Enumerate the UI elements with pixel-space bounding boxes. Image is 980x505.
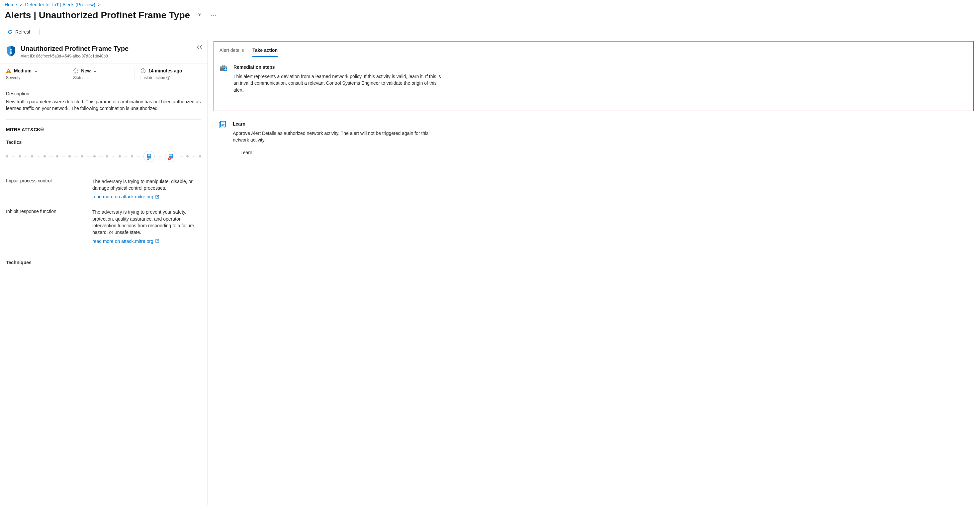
remediation-body: This alert represents a deviation from a… [234, 73, 446, 93]
svg-rect-4 [10, 51, 12, 54]
svg-rect-14 [169, 155, 172, 156]
device-warning-icon [145, 153, 153, 160]
chevron-double-left-icon [197, 45, 202, 49]
timeline-dot [81, 155, 83, 158]
chevron-right-icon: > [98, 2, 100, 7]
svg-point-2 [215, 15, 216, 16]
tactic-link[interactable]: read more on attack.mitre.org [92, 193, 159, 200]
toolbox-icon [220, 64, 228, 72]
alert-detail-left: Unauthorized Profinet Frame Type Alert I… [0, 40, 208, 505]
more-button[interactable] [208, 13, 218, 18]
tab-take-action[interactable]: Take action [252, 45, 278, 57]
timeline-dot [186, 155, 189, 158]
external-link-icon [156, 195, 159, 199]
shield-alert-icon [6, 46, 16, 57]
status-cell[interactable]: New ⌄ Status [67, 68, 134, 80]
take-action-highlight: Alert details Take action Remediation st… [213, 41, 974, 111]
left-scroll[interactable]: Description New traffic parameters were … [0, 85, 207, 505]
more-icon [210, 14, 216, 16]
chevron-right-icon: > [20, 2, 22, 7]
detection-label: Last detection [140, 75, 165, 80]
tactic-link-text: read more on attack.mitre.org [92, 238, 153, 245]
learn-block: Learn Approve Alert Details as authorize… [216, 121, 972, 158]
info-icon[interactable] [166, 76, 170, 80]
timeline-dot [106, 155, 108, 158]
svg-rect-6 [8, 72, 9, 73]
timeline-dot [31, 155, 33, 158]
alert-title: Unauthorized Profinet Frame Type [21, 45, 129, 53]
external-link-icon [156, 239, 159, 243]
tactic-name: Inhibit response function [6, 209, 82, 214]
command-bar: Refresh [0, 24, 980, 40]
sparkle-icon [73, 68, 78, 73]
tactic-link[interactable]: read more on attack.mitre.org [92, 238, 159, 245]
timeline-dot [199, 155, 201, 158]
pin-icon [197, 13, 202, 18]
timeline-dot [56, 155, 59, 158]
tactic-link-text: read more on attack.mitre.org [92, 193, 153, 200]
refresh-icon [7, 29, 13, 35]
collapse-button[interactable] [197, 45, 202, 49]
tactics-timeline [6, 151, 201, 162]
last-detection-cell: 14 minutes ago Last detection [134, 68, 201, 80]
tab-alert-details[interactable]: Alert details [220, 45, 244, 57]
svg-rect-12 [148, 155, 150, 156]
techniques-heading: Techniques [6, 260, 201, 265]
tabs: Alert details Take action [220, 45, 968, 57]
svg-point-0 [211, 15, 212, 16]
device-block-icon [167, 153, 174, 160]
severity-cell[interactable]: Medium ⌄ Severity [6, 68, 67, 80]
page-title-row: Alerts | Unauthorized Profinet Frame Typ… [0, 9, 980, 24]
severity-label: Severity [6, 75, 67, 80]
timeline-dot [68, 155, 71, 158]
warning-icon [6, 69, 11, 73]
tactic-name: Impair process control [6, 178, 82, 183]
detection-value: 14 minutes ago [148, 68, 182, 73]
alert-detail-right: Alert details Take action Remediation st… [208, 40, 980, 505]
svg-rect-18 [222, 65, 225, 67]
remediation-block: Remediation steps This alert represents … [220, 64, 968, 93]
status-label: Status [73, 75, 134, 80]
learn-body: Approve Alert Details as authorized netw… [233, 130, 445, 143]
svg-point-1 [213, 15, 214, 16]
severity-value: Medium [14, 68, 32, 73]
pin-button[interactable] [195, 11, 204, 20]
status-value: New [81, 68, 91, 73]
tactic-row: Inhibit response function The adversary … [6, 209, 201, 244]
page-title: Alerts | Unauthorized Profinet Frame Typ… [5, 10, 190, 21]
learn-heading: Learn [233, 121, 445, 127]
learn-button[interactable]: Learn [233, 148, 260, 157]
separator [40, 29, 40, 35]
svg-rect-5 [8, 70, 9, 72]
remediation-heading: Remediation steps [234, 64, 446, 70]
refresh-button[interactable]: Refresh [5, 27, 34, 37]
timeline-dot [131, 155, 133, 158]
breadcrumb-mid[interactable]: Defender for IoT | Alerts (Preview) [25, 2, 95, 7]
description-heading: Description [6, 91, 201, 96]
chevron-down-icon: ⌄ [93, 69, 97, 73]
breadcrumb: Home > Defender for IoT | Alerts (Previe… [0, 0, 980, 9]
tactic-node-impair[interactable] [143, 151, 155, 162]
timeline-dot [6, 155, 8, 158]
alert-id: Alert ID: 86cfbccf-5a3d-4549-afbc-07d3c1… [21, 54, 129, 59]
learn-icon [219, 121, 227, 129]
chevron-down-icon: ⌄ [34, 69, 38, 73]
refresh-label: Refresh [15, 29, 32, 35]
svg-point-3 [10, 49, 12, 51]
tactic-node-inhibit[interactable] [165, 151, 177, 162]
timeline-dot [19, 155, 21, 158]
tactics-heading: Tactics [6, 140, 201, 145]
tactic-description: The adversary is trying to manipulate, d… [92, 179, 192, 191]
tactic-row: Impair process control The adversary is … [6, 178, 201, 200]
timeline-dot [93, 155, 95, 158]
description-text: New traffic parameters were detected. Th… [6, 98, 201, 112]
timeline-dot [43, 155, 46, 158]
divider [6, 119, 201, 119]
clock-icon [140, 68, 146, 73]
breadcrumb-home[interactable]: Home [5, 2, 17, 7]
timeline-dot [119, 155, 121, 158]
mitre-heading: MITRE ATT&CK® [6, 127, 201, 132]
tactic-description: The adversary is trying to prevent your … [92, 209, 196, 235]
